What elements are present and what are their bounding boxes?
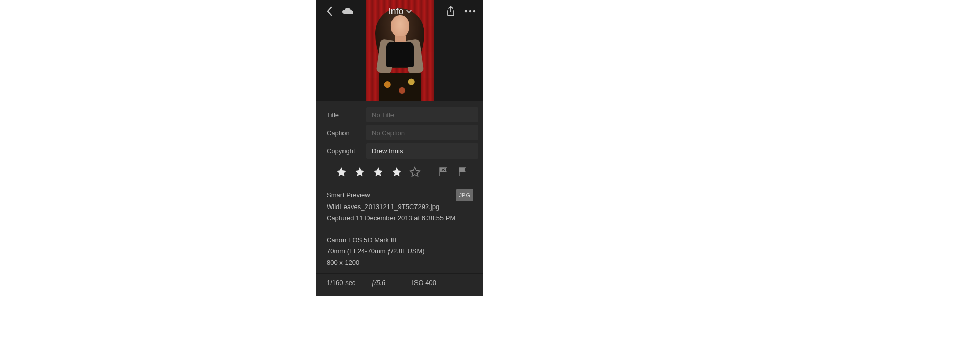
camera-info-section: Canon EOS 5D Mark III 70mm (EF24-70mm ƒ/… [316,229,483,273]
caption-label: Caption [316,129,366,137]
photo-placeholder-top [386,42,414,67]
metadata-panel: Title Caption Copyright [316,101,483,296]
flag-group [439,167,468,176]
reject-flag-button[interactable] [439,167,448,176]
lens-info: 70mm (EF24-70mm ƒ/2.8L USM) [327,246,473,257]
preview-type: Smart Preview [327,190,370,201]
copyright-field-row: Copyright [316,142,483,160]
caption-input[interactable] [366,125,478,140]
flag-reject-icon [439,167,448,176]
view-mode-dropdown[interactable]: Info [388,6,411,17]
star-4[interactable] [391,166,402,177]
svg-point-1 [469,10,471,12]
camera-model: Canon EOS 5D Mark III [327,235,473,246]
share-button[interactable] [444,4,458,18]
more-horizontal-icon [464,10,476,13]
star-filled-icon [373,166,384,177]
title-field-row: Title [316,101,483,123]
chevron-down-icon [406,10,412,13]
pick-flag-button[interactable] [458,167,468,176]
aperture: ƒ/5.6 [371,279,385,287]
file-info-section: Smart Preview JPG WildLeaves_20131211_9T… [316,184,483,229]
top-bar: Info [316,0,483,22]
shutter-speed: 1/160 sec [327,279,355,287]
star-filled-icon [354,166,365,177]
photo-preview-area: Info [316,0,483,101]
chevron-left-icon [326,6,333,16]
svg-point-2 [473,10,475,12]
app-container: Info Title Caption Copyright [316,0,483,296]
star-2[interactable] [354,166,365,177]
star-5[interactable] [409,166,421,177]
copyright-label: Copyright [316,147,366,155]
star-filled-icon [336,166,347,177]
format-badge: JPG [456,189,473,201]
exposure-info-section: 1/160 sec ƒ/5.6 ISO 400 [316,274,483,292]
filename: WildLeaves_20131211_9T5C7292.jpg [327,201,473,213]
star-1[interactable] [336,166,347,177]
dimensions: 800 x 1200 [327,257,473,268]
flag-pick-icon [458,167,468,176]
photo-placeholder-skirt [379,73,421,101]
caption-field-row: Caption [316,123,483,142]
share-icon [446,6,455,16]
view-mode-label: Info [388,6,403,17]
cloud-sync-button[interactable] [341,4,355,18]
copyright-input[interactable] [366,143,478,159]
star-3[interactable] [373,166,384,177]
title-input[interactable] [366,107,478,122]
back-button[interactable] [323,4,337,18]
title-label: Title [316,111,366,119]
rating-row [316,160,483,184]
more-button[interactable] [463,4,477,18]
star-outline-icon [409,166,421,177]
svg-point-0 [465,10,467,12]
cloud-icon [342,7,354,15]
capture-time: Captured 11 December 2013 at 6:38:55 PM [327,213,473,224]
star-filled-icon [391,166,402,177]
iso: ISO 400 [412,279,436,287]
